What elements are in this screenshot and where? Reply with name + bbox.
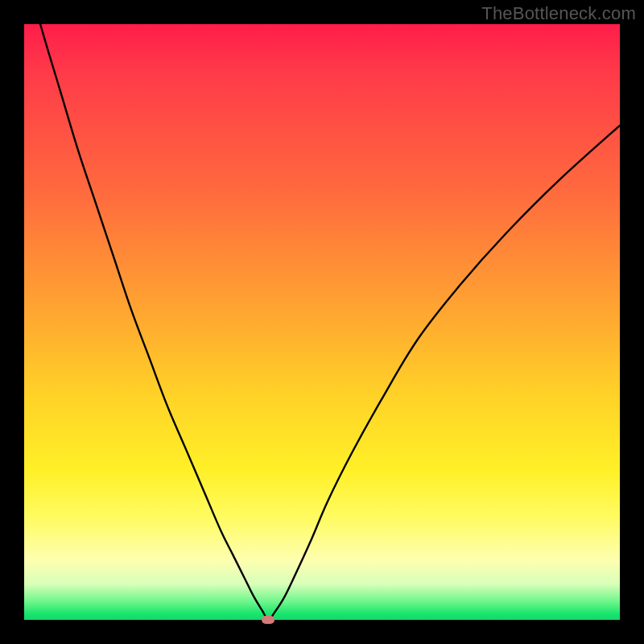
plot-area [24,24,620,620]
chart-container: TheBottleneck.com [0,0,644,644]
optimum-marker [262,616,275,624]
bottleneck-curve [24,24,620,620]
watermark-text: TheBottleneck.com [481,3,636,24]
curve-svg [24,24,620,620]
